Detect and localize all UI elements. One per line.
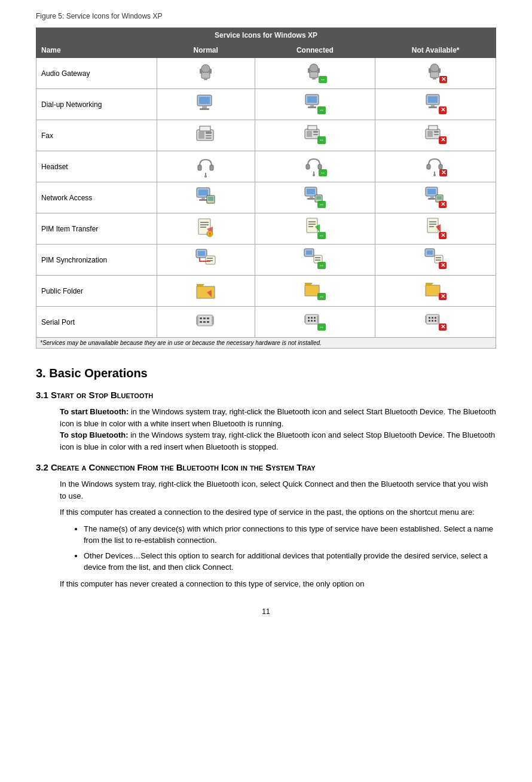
svg-rect-86: [427, 189, 436, 194]
svg-rect-105: [427, 218, 438, 233]
table-row: Public Folder: [36, 276, 496, 307]
svg-rect-143: [305, 314, 319, 324]
service-name: PIM Synchronization: [36, 245, 157, 276]
svg-rect-36: [198, 132, 204, 139]
svg-rect-37: [206, 132, 212, 134]
icon-normal: [157, 182, 255, 213]
icon-not-available: ✕: [375, 276, 496, 307]
table-row: Dial-up Networking: [36, 89, 496, 120]
svg-rect-9: [312, 78, 316, 80]
pim-transfer-unavailable-icon: ✕: [424, 216, 448, 240]
section32-bullet-list: The name(s) of any device(s) with which …: [84, 523, 496, 573]
headset-unavailable-icon: ✕: [424, 154, 448, 178]
svg-text:✕: ✕: [440, 293, 445, 300]
svg-rect-120: [315, 259, 320, 261]
network-unavailable-icon: ✕: [424, 185, 448, 209]
icon-connected: ↔: [255, 151, 375, 182]
table-row: Fax: [36, 120, 496, 151]
icon-normal: [157, 307, 255, 338]
svg-rect-8: [317, 68, 320, 73]
svg-rect-6: [310, 72, 318, 78]
svg-rect-2: [200, 69, 202, 74]
svg-rect-112: [198, 251, 205, 256]
svg-rect-1: [201, 72, 210, 78]
svg-rect-43: [313, 131, 318, 133]
section3-heading: 3. Basic Operations: [36, 366, 496, 380]
table-row: Network Access: [36, 182, 496, 213]
headset-connected-icon: ↔: [303, 154, 327, 178]
svg-text:↔: ↔: [320, 77, 325, 83]
svg-rect-100: [308, 221, 316, 222]
service-icons-table: Service Icons for Windows XP Name Normal…: [36, 28, 496, 349]
section31-title: Start or Stop Bluetooth: [51, 390, 153, 400]
svg-rect-140: [207, 321, 209, 323]
icon-not-available: ✕: [375, 151, 496, 182]
service-name: Fax: [36, 120, 157, 151]
svg-rect-99: [307, 218, 317, 233]
table-row: PIM Item Transfer !: [36, 213, 496, 245]
svg-point-58: [204, 175, 207, 178]
table-header-row: Service Icons for Windows XP: [36, 28, 496, 43]
svg-text:↔: ↔: [319, 107, 324, 113]
section32-num: 3.2: [36, 462, 48, 472]
dialup-normal-icon: [194, 91, 218, 115]
svg-rect-49: [427, 131, 433, 137]
icon-connected: ↔: [255, 276, 375, 307]
svg-rect-38: [206, 135, 212, 136]
icon-not-available: ✕: [375, 182, 496, 213]
section31-para1-bold: To start Bluetooth:: [60, 407, 129, 416]
svg-rect-108: [429, 226, 434, 227]
svg-rect-21: [202, 106, 207, 108]
svg-text:✕: ✕: [440, 201, 445, 207]
network-normal-icon: [194, 185, 218, 209]
svg-rect-94: [200, 222, 209, 223]
svg-rect-162: [438, 316, 439, 323]
icon-connected: ↔: [255, 245, 375, 276]
icon-normal: [157, 151, 255, 182]
table-footnote-row: *Services may be unavailable because the…: [36, 338, 496, 349]
svg-rect-88: [428, 198, 435, 200]
service-name: Network Access: [36, 182, 157, 213]
svg-rect-136: [203, 317, 206, 319]
svg-text:✕: ✕: [441, 169, 445, 176]
pim-sync-normal-icon: [194, 247, 218, 271]
icon-not-available: ✕: [375, 89, 496, 120]
section32-para1: In the Windows system tray, right-click …: [60, 478, 496, 502]
icon-not-available: ✕: [375, 120, 496, 151]
svg-point-12: [430, 64, 439, 72]
svg-rect-126: [436, 257, 441, 258]
section32-title: Create a Connection From the Bluetooth I…: [51, 462, 316, 472]
table-row: Headset: [36, 151, 496, 182]
svg-text:✕: ✕: [440, 232, 445, 239]
pim-sync-connected-icon: ↔: [303, 247, 327, 271]
icon-normal: [157, 276, 255, 307]
section31-heading: 3.1 Start or Stop Bluetooth: [36, 390, 496, 400]
icon-not-available: ✕: [375, 245, 496, 276]
svg-text:↔: ↔: [319, 294, 324, 300]
audio-gateway-connected-icon: ↔: [303, 60, 327, 84]
svg-rect-79: [310, 196, 313, 198]
svg-rect-101: [308, 224, 316, 225]
icon-connected: ↔: [255, 120, 375, 151]
svg-rect-76: [208, 197, 213, 201]
svg-point-0: [201, 65, 210, 73]
col-header-normal: Normal: [157, 43, 255, 58]
svg-rect-30: [428, 96, 438, 103]
svg-rect-117: [306, 251, 312, 255]
svg-rect-25: [310, 105, 314, 106]
svg-point-62: [313, 174, 315, 176]
serial-port-unavailable-icon: ✕: [424, 309, 448, 333]
audio-gateway-normal-icon: [194, 60, 218, 84]
icon-connected: ↔: [255, 307, 375, 338]
svg-rect-26: [308, 106, 316, 108]
svg-rect-7: [308, 68, 310, 73]
figure-caption: Figure 5: Service Icons for Windows XP: [36, 12, 496, 20]
svg-rect-72: [198, 190, 208, 196]
svg-rect-160: [435, 320, 436, 322]
network-connected-icon: ↔: [303, 185, 327, 209]
service-name: Dial-up Networking: [36, 89, 157, 120]
svg-rect-15: [438, 68, 441, 73]
svg-rect-148: [311, 320, 313, 322]
icon-connected: ↔: [255, 213, 375, 245]
icon-not-available: ✕: [375, 307, 496, 338]
